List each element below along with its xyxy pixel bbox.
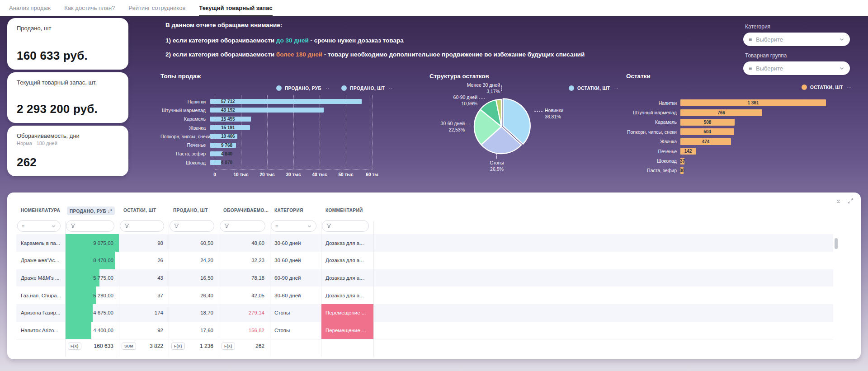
column-filter-input[interactable] — [220, 220, 265, 232]
table-row[interactable]: Напиток Arizo...4 400,009217,60156,82Сто… — [16, 322, 833, 339]
cell-comment: Дозаказ для а... — [321, 252, 373, 269]
expand-icon[interactable] — [848, 198, 854, 204]
cell-nomenclature: Драже M&M's ... — [16, 269, 65, 287]
note-segment: - срочно нужен дозаказ товара — [309, 37, 404, 44]
tops-bar[interactable] — [210, 160, 221, 165]
stocks-bar-row: Жвачка474 — [626, 137, 839, 146]
table-row[interactable]: Аризона Газир...4 675,0017418,70279,14Ст… — [16, 304, 833, 322]
sold-rub-value: 5 775,00 — [93, 275, 113, 281]
cell-nomenclature: Карамель в па... — [16, 234, 65, 252]
table-row[interactable]: Драже жев"Ас...8 470,002624,2032,2330-60… — [16, 252, 833, 269]
cell-nomenclature: Драже жев"Ас... — [16, 252, 65, 269]
stocks-bar[interactable]: 142 — [680, 148, 696, 155]
column-header-0[interactable]: НОМЕНКЛАТУРА — [16, 205, 65, 218]
legend-label: ПРОДАНО, РУБ — [285, 86, 321, 91]
stocks-bar-track: 30 — [680, 167, 839, 174]
legend-more-icon[interactable]: ·· — [326, 85, 330, 91]
sold-rub-value: 4 675,00 — [93, 310, 113, 315]
column-header-6[interactable]: КОММЕНТАРИЙ — [321, 205, 373, 218]
stocks-bar-track: 474 — [680, 138, 839, 145]
legend-more-icon[interactable]: ·· — [389, 85, 393, 91]
tops-category-label: Попкорн, чипсы, снеки — [160, 134, 210, 139]
note-segment: 1) если категория оборачиваемости — [165, 37, 276, 44]
cell-comment: Дозаказ для а... — [321, 286, 373, 304]
legend-more-icon[interactable]: ·· — [614, 85, 618, 91]
legend-more-icon[interactable]: ·· — [847, 85, 851, 90]
column-filter-select[interactable]: ≡ — [17, 220, 61, 232]
sold-rub-value: 9 075,00 — [93, 240, 113, 246]
table-filter-row: ≡≡ — [16, 218, 833, 234]
tab-2[interactable]: Рейтинг сотрудников — [128, 0, 185, 16]
cell-turnover: 279,14 — [219, 304, 270, 322]
legend-item[interactable]: ОСТАТКИ, ШТ·· — [569, 85, 618, 91]
filter-group-1: Товарная группа≡Выберите — [743, 52, 850, 75]
tab-0[interactable]: Анализ продаж — [9, 0, 51, 16]
cell-comment: Дозаказ для а... — [321, 269, 373, 287]
column-filter-select[interactable]: ≡ — [271, 220, 316, 232]
note-segment: до 30 дней — [276, 37, 309, 44]
stocks-bar-row: Карамель508 — [626, 117, 839, 127]
cell-category: Стопы — [270, 304, 321, 322]
tops-bar-value: 15 191 — [221, 125, 235, 130]
column-header-4[interactable]: ОБОРАЧИВАЕМО... — [219, 205, 270, 218]
stocks-bar[interactable]: 766 — [680, 109, 762, 116]
table-row[interactable]: Драже M&M's ...5 775,004316,5078,1860-90… — [16, 269, 833, 287]
stocks-bar[interactable]: 474 — [680, 138, 731, 145]
cell-comment: Перемещение ... — [321, 322, 373, 339]
table-row[interactable]: Газ.нап. Chupa...5 280,003726,4042,0530-… — [16, 286, 833, 304]
legend-item[interactable]: ПРОДАНО, РУБ·· — [276, 85, 330, 91]
stocks-bar[interactable]: 30 — [680, 167, 684, 174]
stocks-bar[interactable]: 504 — [680, 128, 734, 135]
table-scrollbar[interactable] — [835, 238, 838, 249]
sorted-column-header: ПРОДАНО, РУБ ↓1 — [67, 207, 115, 215]
filter-select-1[interactable]: ≡Выберите — [743, 61, 850, 75]
column-header-3[interactable]: ПРОДАНО, ШТ — [169, 205, 219, 218]
cell-sold-qty: 26,40 — [169, 286, 219, 304]
tab-3-active[interactable]: Текущий товарный запас — [199, 0, 272, 16]
column-header-5[interactable]: КАТЕГОРИЯ — [270, 205, 321, 218]
table-row[interactable]: Карамель в па...9 075,009860,5048,6030-6… — [16, 234, 833, 252]
cell-sold-qty: 18,70 — [169, 304, 219, 322]
chart-tops-bars: Напитки57 712Штучный мармелад43 192Карам… — [160, 97, 389, 167]
legend-dot-icon — [802, 85, 807, 90]
tab-1[interactable]: Как достичь план? — [64, 0, 115, 16]
legend-item[interactable]: ОСТАТКИ, ШТ·· — [802, 85, 851, 90]
chart-tops-x-axis: 010 тыс20 тыс30 тыс40 тыс50 тыс60 ты — [215, 169, 373, 178]
kpi-label: Оборачиваемость, дни — [17, 132, 119, 139]
cell-category: 30-60 дней — [270, 234, 321, 252]
filter-select-0[interactable]: ≡Выберите — [743, 33, 850, 46]
equals-operator-icon: ≡ — [275, 224, 278, 229]
legend-item[interactable]: ПРОДАНО, ШТ·· — [341, 85, 393, 91]
stocks-bar[interactable]: 1 361 — [680, 99, 826, 106]
tops-bar-row: Печенье9 768 — [160, 141, 389, 149]
cell-stock-qty: 26 — [119, 252, 169, 269]
column-filter-input[interactable] — [120, 220, 164, 232]
column-header-2[interactable]: ОСТАТКИ, ШТ — [119, 205, 169, 218]
chart-pie-title: Структура остатков — [429, 73, 489, 80]
pie-slice-percent: 26,5% — [476, 166, 517, 172]
aggregation-badge: F(X) — [68, 343, 81, 350]
column-filter-input[interactable] — [322, 220, 369, 232]
stocks-bar-track: 766 — [680, 109, 839, 116]
pie-slice-label: Стопы26,5% — [476, 160, 517, 172]
total-value: 262 — [255, 343, 264, 349]
column-header-1[interactable]: ПРОДАНО, РУБ ↓1 — [65, 205, 119, 218]
collapse-icon[interactable] — [835, 198, 841, 204]
filter-placeholder: Выберите — [756, 65, 783, 72]
chevron-down-icon — [51, 224, 56, 229]
stocks-bar[interactable]: 508 — [680, 119, 735, 126]
cell-nomenclature: Аризона Газир... — [16, 304, 65, 322]
x-tick-label: 60 ты — [366, 172, 378, 177]
tops-bar-value: 9 768 — [221, 143, 232, 148]
cell-sold-qty: 60,50 — [169, 234, 219, 252]
column-filter-input[interactable] — [170, 220, 214, 232]
stocks-bar[interactable]: 37 — [680, 158, 684, 164]
chevron-down-icon — [839, 66, 844, 71]
filter-funnel-icon — [174, 222, 179, 230]
equals-operator-icon: ≡ — [749, 66, 752, 71]
total-cell-2: SUM3 822 — [119, 343, 169, 350]
tops-category-label: Жвачка — [160, 125, 210, 131]
column-filter-input[interactable] — [66, 220, 114, 232]
report-notes-title: В данном отчете обращаем внимание: — [165, 22, 585, 28]
stocks-bar-track: 1 361 — [680, 99, 839, 106]
